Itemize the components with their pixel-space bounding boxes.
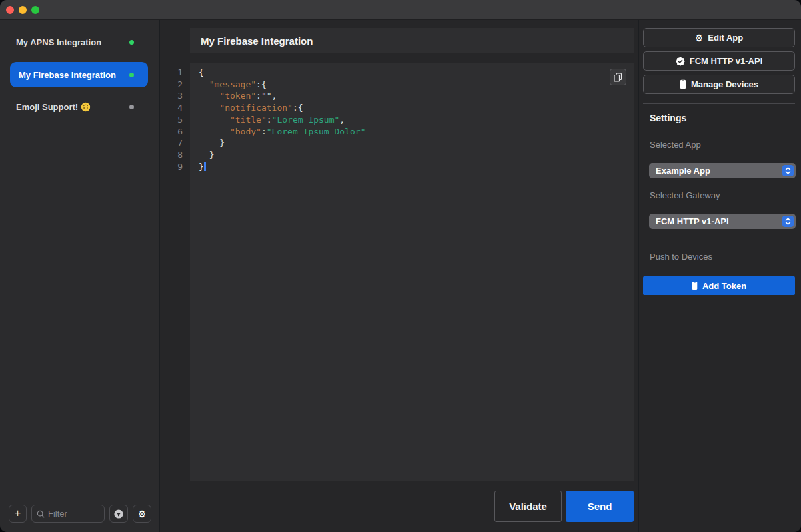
dropdown-stepper-icon bbox=[782, 165, 794, 176]
action-bar: Validate Send bbox=[494, 491, 634, 522]
gear-icon: ⚙ bbox=[138, 509, 147, 519]
sidebar-item-emoji[interactable]: Emoji Support! bbox=[0, 94, 159, 119]
sidebar: My APNS Integration My Firebase Integrat… bbox=[0, 20, 160, 532]
send-button[interactable]: Send bbox=[566, 491, 634, 522]
line-number: 8 bbox=[160, 149, 183, 161]
code-line: "notification":{ bbox=[199, 102, 634, 114]
edit-app-button[interactable]: ⚙ Edit App bbox=[643, 28, 795, 47]
line-number-gutter: 123456789 bbox=[160, 67, 183, 172]
code-line: } bbox=[199, 149, 634, 161]
settings-heading: Settings bbox=[650, 113, 686, 123]
copy-payload-button[interactable] bbox=[610, 69, 626, 85]
payload-editor[interactable]: { "message":{ "token":"", "notification"… bbox=[190, 63, 634, 481]
gateway-info-button[interactable]: FCM HTTP v1-API bbox=[643, 51, 795, 71]
sidebar-toolbar: + ⚙ bbox=[9, 505, 151, 523]
sidebar-item-firebase[interactable]: My Firebase Integration bbox=[10, 62, 148, 87]
editor-header: My Firebase Integration bbox=[190, 28, 634, 53]
manage-devices-button[interactable]: Manage Devices bbox=[643, 75, 795, 94]
filter-circle-icon bbox=[113, 509, 124, 519]
dropdown-stepper-icon bbox=[782, 216, 794, 227]
line-number: 1 bbox=[160, 67, 183, 79]
json-payload[interactable]: { "message":{ "token":"", "notification"… bbox=[190, 63, 634, 172]
line-number: 5 bbox=[160, 114, 183, 126]
sidebar-item-label: Emoji Support! bbox=[16, 102, 91, 112]
settings-panel: ⚙ Edit App FCM HTTP v1-API Manage Device… bbox=[638, 20, 801, 532]
code-line: "body":"Lorem Ipsum Dolor" bbox=[199, 126, 634, 138]
selected-app-label: Selected App bbox=[650, 140, 701, 150]
selected-gateway-dropdown[interactable]: FCM HTTP v1-API bbox=[649, 214, 796, 229]
line-number: 7 bbox=[160, 137, 183, 149]
status-dot bbox=[129, 73, 134, 77]
line-number: 4 bbox=[160, 102, 183, 114]
search-icon bbox=[37, 510, 45, 518]
minimize-button[interactable] bbox=[19, 6, 27, 14]
titlebar bbox=[0, 0, 801, 20]
line-number: 3 bbox=[160, 90, 183, 102]
selected-app-dropdown[interactable]: Example App bbox=[649, 163, 796, 178]
sidebar-item-apns[interactable]: My APNS Integration bbox=[0, 29, 159, 55]
selected-gateway-label: Selected Gateway bbox=[650, 190, 720, 200]
seal-check-icon bbox=[676, 57, 685, 66]
phone-icon bbox=[692, 281, 698, 290]
divider bbox=[643, 103, 795, 104]
line-number: 9 bbox=[160, 161, 183, 173]
filter-circle-button[interactable] bbox=[109, 505, 128, 523]
status-dot bbox=[129, 105, 134, 109]
code-line: { bbox=[199, 67, 634, 79]
validate-button[interactable]: Validate bbox=[494, 491, 562, 522]
gear-icon: ⚙ bbox=[695, 33, 704, 43]
main-area: My Firebase Integration 123456789 { "mes… bbox=[160, 20, 638, 532]
code-line: } bbox=[199, 137, 634, 149]
payload-title: My Firebase Integration bbox=[201, 35, 313, 47]
sidebar-item-label: My APNS Integration bbox=[16, 37, 101, 47]
text-cursor bbox=[204, 162, 206, 171]
phone-icon bbox=[680, 79, 686, 89]
code-line: "title":"Lorem Ipsum", bbox=[199, 114, 634, 126]
zoom-button[interactable] bbox=[31, 6, 39, 14]
filter-field[interactable] bbox=[31, 505, 105, 523]
line-number: 2 bbox=[160, 79, 183, 91]
sidebar-item-label: My Firebase Integration bbox=[19, 70, 116, 80]
app-window: My APNS Integration My Firebase Integrat… bbox=[0, 0, 801, 532]
add-token-button[interactable]: Add Token bbox=[643, 276, 795, 295]
settings-gear-button[interactable]: ⚙ bbox=[133, 505, 151, 523]
push-to-devices-label: Push to Devices bbox=[650, 252, 712, 262]
code-line: "token":"", bbox=[199, 90, 634, 102]
upside-down-face-emoji bbox=[81, 102, 91, 112]
filter-input[interactable] bbox=[48, 509, 99, 519]
copy-icon bbox=[614, 73, 622, 82]
code-line: } bbox=[199, 161, 634, 173]
add-integration-button[interactable]: + bbox=[9, 505, 27, 523]
code-line: "message":{ bbox=[199, 79, 634, 91]
status-dot bbox=[129, 40, 134, 45]
line-number: 6 bbox=[160, 126, 183, 138]
close-button[interactable] bbox=[6, 6, 14, 14]
